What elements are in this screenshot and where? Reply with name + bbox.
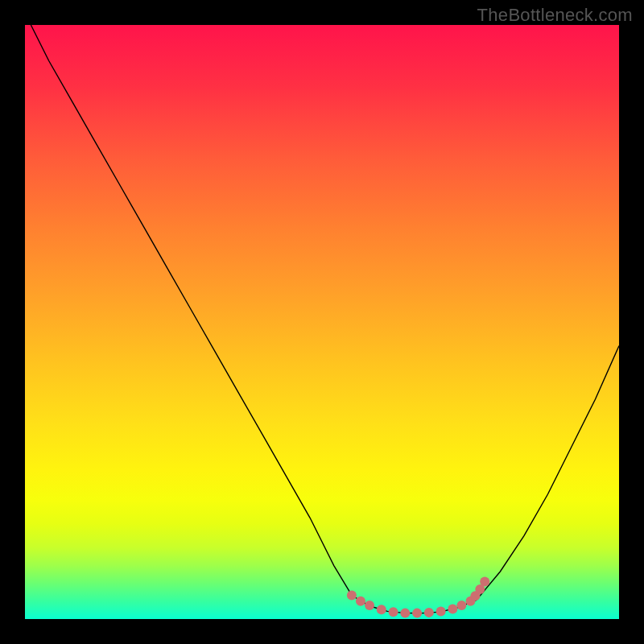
marker-dot — [456, 601, 466, 610]
curve-left-branch — [31, 25, 352, 595]
curve-right-branch — [477, 346, 619, 601]
marker-dot — [480, 577, 489, 587]
marker-dot — [400, 609, 410, 618]
marker-dot — [389, 607, 398, 617]
plot-area — [25, 25, 619, 619]
marker-dot — [377, 605, 386, 614]
marker-dot — [424, 608, 434, 617]
marker-dot — [412, 609, 422, 618]
marker-group — [347, 577, 489, 618]
chart-frame: TheBottleneck.com — [0, 0, 644, 644]
watermark-text: TheBottleneck.com — [477, 5, 633, 26]
marker-dot — [448, 604, 457, 613]
marker-dot — [436, 606, 446, 616]
chart-svg — [25, 25, 619, 619]
marker-dot — [347, 590, 357, 600]
marker-dot — [365, 601, 374, 610]
marker-dot — [356, 597, 365, 606]
